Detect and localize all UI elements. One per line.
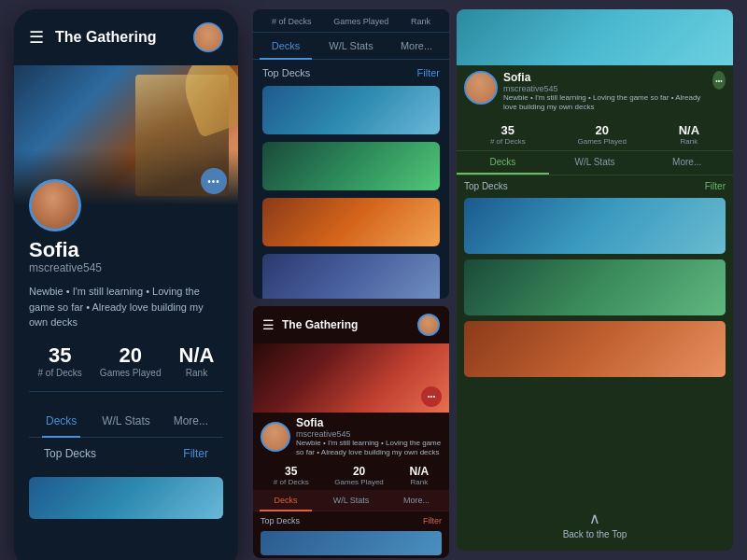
stat-rank-value: N/A (179, 343, 215, 368)
deck-card-4[interactable] (262, 254, 440, 299)
stat-rank-label: Rank (179, 368, 215, 378)
right-top-decks: Top Decks (464, 181, 508, 191)
right-deck-2[interactable] (464, 259, 726, 315)
header-avatar[interactable] (193, 22, 223, 52)
right-stat-rank: N/A Rank (679, 123, 699, 146)
bottom-tab-wl[interactable]: W/L Stats (318, 490, 384, 511)
panels-column: # of Decks Games Played Rank Decks W/L S… (253, 9, 449, 551)
bottom-header-avatar[interactable] (417, 314, 440, 336)
bottom-profile-row: Sofia mscreative545 Newbie • I'm still l… (253, 413, 449, 462)
bottom-section-header: Top Decks Filter (253, 511, 449, 528)
dots-button[interactable]: ••• (201, 168, 227, 194)
mid-deck-header: Top Decks Filter (253, 60, 449, 82)
right-stat-games: 20 Games Played (577, 123, 626, 146)
right-hero (457, 9, 733, 65)
right-tab-decks[interactable]: Decks (457, 151, 549, 175)
right-filter[interactable]: Filter (705, 181, 726, 191)
mid-tabs: Decks W/L Stats More... (253, 33, 449, 60)
mid-tab-more[interactable]: More... (384, 33, 449, 59)
stats-row: 35 # of Decks 20 Games Played N/A Rank (29, 343, 223, 392)
right-bio: Newbie • I'm still learning • Loving the… (503, 93, 707, 113)
bottom-stats: 35 # of Decks 20 Games Played N/A Rank (253, 461, 449, 490)
app-title: The Gathering (55, 29, 193, 46)
mid-stat-decks: # of Decks (272, 17, 312, 26)
phone-bottom: ☰ The Gathering ••• Sofia mscreative545 … (253, 306, 449, 558)
bottom-tabs: Decks W/L Stats More... (253, 490, 449, 511)
mid-tab-decks[interactable]: Decks (253, 33, 318, 59)
right-deck-1[interactable] (464, 198, 726, 254)
app-header: ☰ The Gathering (14, 9, 238, 65)
bottom-stat-rank: N/A Rank (409, 465, 429, 486)
profile-section: Sofia mscreative545 Newbie • I'm still l… (14, 205, 238, 477)
bottom-stat-decks: 35 # of Decks (274, 465, 309, 486)
right-tabs: Decks W/L Stats More... (457, 151, 733, 175)
right-tab-more[interactable]: More... (641, 151, 733, 175)
mid-top-decks: Top Decks (262, 67, 310, 78)
stat-decks: 35 # of Decks (38, 343, 82, 378)
tab-decks[interactable]: Decks (29, 405, 93, 437)
tabs-row: Decks W/L Stats More... (29, 405, 223, 438)
stat-games-label: Games Played (100, 368, 162, 378)
right-name: Sofia (503, 71, 707, 84)
right-section-header: Top Decks Filter (457, 175, 733, 195)
deck-card-1[interactable] (262, 86, 440, 134)
filter-button[interactable]: Filter (183, 447, 208, 460)
deck-preview-1[interactable] (29, 477, 223, 519)
back-to-top-button[interactable]: ∧ Back to the Top (457, 498, 733, 551)
top-decks-label: Top Decks (44, 447, 96, 460)
bottom-tab-decks[interactable]: Decks (253, 490, 318, 511)
stat-rank: N/A Rank (179, 343, 215, 378)
tab-wl[interactable]: W/L Stats (93, 405, 158, 437)
phone-left: ☰ The Gathering ••• Sofia mscreative545 … (14, 9, 238, 560)
bottom-hero: ••• (253, 343, 449, 413)
panel-middle: # of Decks Games Played Rank Decks W/L S… (253, 9, 449, 299)
deck-card-2[interactable] (262, 142, 440, 190)
bottom-deck-mini[interactable] (261, 531, 442, 555)
bottom-name: Sofia (296, 416, 442, 429)
right-profile: Sofia mscreative545 Newbie • I'm still l… (457, 65, 733, 119)
mid-stats-bar: # of Decks Games Played Rank (253, 9, 449, 33)
right-stats: 35 # of Decks 20 Games Played N/A Rank (457, 119, 733, 151)
right-handle: mscreative545 (503, 84, 707, 93)
profile-avatar (29, 179, 81, 231)
stat-games: 20 Games Played (100, 343, 162, 378)
deck-card-3[interactable] (262, 198, 440, 246)
right-tab-wl[interactable]: W/L Stats (549, 151, 641, 175)
mid-filter[interactable]: Filter (417, 67, 440, 78)
mid-stat-games: Games Played (333, 17, 388, 26)
profile-handle: mscreative545 (29, 261, 223, 274)
right-deck-3[interactable] (464, 321, 726, 377)
bottom-dots[interactable]: ••• (421, 386, 442, 407)
mid-games-label: Games Played (333, 17, 388, 26)
bottom-tab-more[interactable]: More... (384, 490, 449, 511)
bottom-handle: mscreative545 (296, 429, 442, 439)
tab-more[interactable]: More... (159, 405, 223, 437)
right-avatar (464, 71, 498, 105)
bottom-header: ☰ The Gathering (253, 306, 449, 343)
right-column: Sofia mscreative545 Newbie • I'm still l… (457, 9, 733, 551)
menu-icon[interactable]: ☰ (29, 27, 44, 48)
bottom-bio: Newbie • I'm still learning • Loving the… (296, 439, 442, 458)
right-stat-decks: 35 # of Decks (490, 123, 526, 146)
bottom-stat-games: 20 Games Played (334, 465, 383, 486)
bottom-filter[interactable]: Filter (423, 516, 442, 525)
bottom-top-decks: Top Decks (261, 516, 300, 525)
mid-rank-label: Rank (411, 17, 430, 26)
mid-decks-label: # of Decks (272, 17, 312, 26)
right-dots[interactable]: ••• (712, 71, 726, 90)
section-header: Top Decks Filter (29, 438, 223, 466)
bottom-app-title: The Gathering (282, 318, 358, 331)
back-to-top-label: Back to the Top (563, 529, 627, 539)
stat-decks-value: 35 (38, 343, 82, 368)
bottom-menu-icon[interactable]: ☰ (262, 317, 275, 332)
panel-right: Sofia mscreative545 Newbie • I'm still l… (457, 9, 733, 551)
chevron-up-icon: ∧ (589, 510, 600, 527)
stat-decks-label: # of Decks (38, 368, 82, 378)
bottom-profile-info: Sofia mscreative545 Newbie • I'm still l… (296, 416, 442, 458)
profile-name: Sofia (29, 239, 223, 261)
mid-stat-rank: Rank (411, 17, 430, 26)
mid-tab-wl[interactable]: W/L Stats (318, 33, 384, 59)
profile-bio: Newbie • I'm still learning • Loving the… (29, 284, 223, 330)
bottom-avatar (261, 422, 290, 452)
right-profile-info: Sofia mscreative545 Newbie • I'm still l… (503, 71, 707, 113)
